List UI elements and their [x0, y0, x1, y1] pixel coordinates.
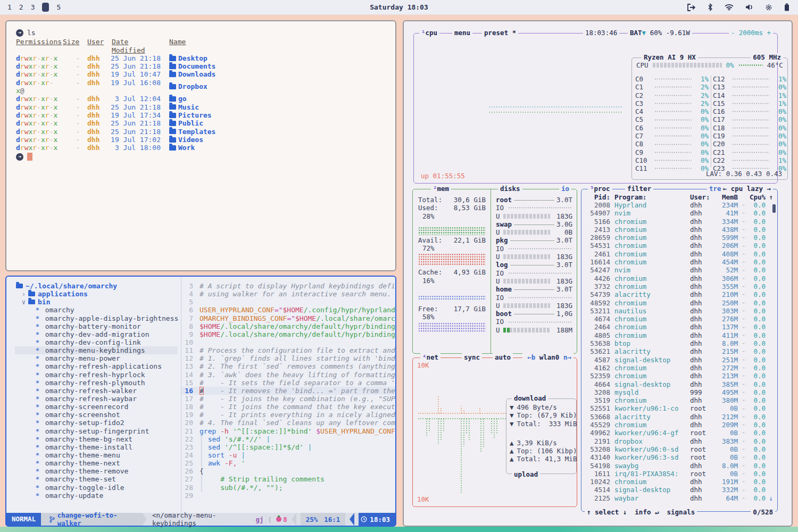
process-row[interactable]: 54198swaybgdhh8.0M0.0 [585, 462, 773, 470]
process-row[interactable]: 3732chromiumdhh355M0.0 [585, 282, 773, 290]
process-row[interactable]: 54739alacrittydhh210M0.0 [585, 290, 773, 298]
tree-item-omarchy-theme-bg-next[interactable]: * omarchy-theme-bg-next [15, 435, 181, 443]
process-row[interactable]: 10242chromiumdhh191M0.0 [585, 478, 773, 486]
system-monitor-window[interactable]: ¹cpu menu preset * 18:03:46 BAT▼ 60% -9.… [403, 20, 793, 527]
tree-item-omarchy-battery-monitor[interactable]: * omarchy-battery-monitor [15, 322, 181, 330]
wifi-icon[interactable] [725, 4, 734, 11]
process-row[interactable]: 52551kworker/u96:1-coroot0B0.0 [585, 404, 773, 412]
process-row[interactable]: 16614chromiumdhh454M0.0 [585, 258, 773, 266]
process-row[interactable]: 2413chromiumdhh438M0.0 [585, 226, 773, 234]
process-row[interactable]: 53638btopdhh8.0M0.0 [585, 339, 773, 347]
tree-item-omarchy-theme-next[interactable]: * omarchy-theme-next [15, 459, 181, 467]
tree-item-omarchy-dev-add-migration[interactable]: * omarchy-dev-add-migration [15, 330, 181, 338]
process-row[interactable]: 53208kworker/u96:0-sdroot0B0.0 [585, 445, 773, 453]
tree-item-omarchy-theme-menu[interactable]: * omarchy-theme-menu [15, 451, 181, 459]
header-memb[interactable]: MemB [713, 193, 738, 201]
process-row[interactable]: 2191dropboxdhh383M0.0 [585, 437, 773, 445]
tree-item-omarchy-apple-display-brightness[interactable]: * omarchy-apple-display-brightness [15, 314, 181, 322]
process-table[interactable]: 2008Hyprlanddhh234M0.054907nvimdhh41M0.0… [581, 201, 777, 502]
tree-item-omarchy-refresh-plymouth[interactable]: * omarchy-refresh-plymouth [15, 379, 181, 387]
process-row[interactable]: 54531chromiumdhh206M0.0 [585, 242, 773, 250]
tree-folder-~/.local/share/omarchy[interactable]: ~/.local/share/omarchy [15, 282, 181, 290]
tree-folder-bin[interactable]: ∨bin [15, 298, 181, 306]
editor-window[interactable]: ~/.local/share/omarchy›applications∨bin*… [5, 276, 396, 527]
tree-item-omarchy-refresh-walker[interactable]: * omarchy-refresh-walker [15, 387, 181, 395]
proc-sort-mode[interactable]: ← cpu lazy → [721, 185, 773, 193]
process-row[interactable]: 5166chromiumdhh334M0.0 [585, 218, 773, 226]
tree-folder-applications[interactable]: ›applications [15, 290, 181, 298]
process-row[interactable]: 53211nautilusdhh303M0.0 [585, 307, 773, 315]
tree-item-omarchy-update[interactable]: * omarchy-update [15, 492, 181, 500]
process-row[interactable]: 1611irq/81-PIXA3854:root0B0.0 [585, 470, 773, 478]
tree-item-omarchy-screenshot[interactable]: * omarchy-screenshot [15, 411, 181, 419]
process-row[interactable]: 3519chromiumdhh380M0.0 [585, 396, 773, 404]
battery-icon[interactable] [784, 3, 789, 11]
volume-icon[interactable] [745, 4, 753, 11]
scroll-down-icon[interactable]: ↓ [766, 494, 773, 502]
process-row[interactable]: 52359chromiumdhh213M0.0 [585, 372, 773, 380]
proc-filter-button[interactable]: filter [625, 185, 653, 193]
process-row[interactable]: 28659chromiumdhh599M0.0 [585, 234, 773, 242]
tree-item-omarchy-refresh-waybar[interactable]: * omarchy-refresh-waybar [15, 395, 181, 403]
sort-direction-icon[interactable]: ↑ [766, 193, 773, 201]
chevron-down-icon[interactable]: ∨ [20, 298, 27, 306]
gear-icon[interactable] [765, 4, 772, 11]
preset-button[interactable]: preset * [482, 29, 518, 37]
tree-item-omarchy-setup-fido2[interactable]: * omarchy-setup-fido2 [15, 419, 181, 427]
chevron-right-icon[interactable]: › [20, 290, 27, 298]
header-pid[interactable]: Pid: [585, 193, 610, 201]
process-row[interactable]: 4664signal-desktopdhh385M0.0 [585, 380, 773, 388]
net-sync-button[interactable]: sync [462, 353, 482, 361]
process-cpu: 0.0 [750, 282, 766, 290]
process-row[interactable]: 53621alacrittydhh215M0.0 [585, 347, 773, 355]
tree-item-omarchy[interactable]: * omarchy [15, 306, 181, 314]
process-row[interactable]: 2125waybardhh64M0.0↓ [585, 494, 773, 502]
terminal-window[interactable]: ➜ ls Permissions Size User Date Modified… [5, 20, 396, 271]
process-row[interactable]: 4587signal-desktopdhh251M0.0 [585, 356, 773, 364]
header-user[interactable]: User: [690, 193, 713, 201]
header-cpu[interactable]: Cpu% [750, 193, 766, 201]
process-row[interactable]: 49962kworker/u96:4-gfroot0B0.0 [585, 429, 773, 437]
process-row[interactable]: 54247nvimdhh52M0.0 [585, 266, 773, 274]
header-program[interactable]: Program: [610, 193, 690, 201]
proc-scrollbar-thumb[interactable] [772, 204, 776, 213]
process-row[interactable]: 4514signal-desktopdhh332M0.0 [585, 486, 773, 494]
cpu-panel-title[interactable]: ¹cpu [419, 29, 439, 37]
tree-item-omarchy-toggle-idle[interactable]: * omarchy-toggle-idle [15, 484, 181, 492]
tree-item-omarchy-screenrecord[interactable]: * omarchy-screenrecord [15, 403, 181, 411]
code-pane[interactable]: 3# A script to display Hyprland keybindi… [181, 277, 395, 513]
tree-item-omarchy-dev-config-link[interactable]: * omarchy-dev-config-link [15, 338, 181, 346]
tree-item-omarchy-menu-power[interactable]: * omarchy-menu-power [15, 354, 181, 362]
tree-item-omarchy-setup-fingerprint[interactable]: * omarchy-setup-fingerprint [15, 427, 181, 435]
process-row[interactable]: 2464chromiumdhh137M0.0 [585, 323, 773, 331]
process-row[interactable]: 43140kworker/u96:3-sdroot0B0.0 [585, 453, 773, 461]
core-usage-graph [732, 127, 769, 129]
process-row[interactable]: 4426chromiumdhh306M0.0 [585, 275, 773, 282]
proc-panel-title[interactable]: ⁵proc [588, 185, 612, 193]
process-row[interactable]: 2008Hyprlanddhh234M0.0 [585, 201, 773, 209]
process-row[interactable]: 4162chromiumdhh272M0.0 [585, 364, 773, 372]
tree-item-omarchy-theme-set[interactable]: * omarchy-theme-set [15, 475, 181, 483]
tree-item-omarchy-theme-remove[interactable]: * omarchy-theme-remove [15, 467, 181, 475]
process-row[interactable]: 4805chromiumdhh411M0.0 [585, 331, 773, 339]
process-row[interactable]: 3208mysqld999495M0.0 [585, 388, 773, 396]
prompt-line-2[interactable]: ➜ [16, 153, 395, 161]
process-row[interactable]: 53668alacrittydhh212M0.0 [585, 413, 773, 421]
process-row[interactable]: 4674chromiumdhh276M0.0 [585, 315, 773, 323]
tree-item-omarchy-theme-install[interactable]: * omarchy-theme-install [15, 443, 181, 451]
logout-icon[interactable] [687, 4, 696, 11]
net-interface-switcher[interactable]: ←b wlan0 n→ [525, 353, 573, 361]
process-row[interactable]: 45529chromiumdhh209M0.0 [585, 421, 773, 429]
tree-item-omarchy-menu-keybindings[interactable]: * omarchy-menu-keybindings [15, 346, 178, 354]
process-row[interactable]: 48592chromiumdhh250M0.0 [585, 299, 773, 307]
file-tree[interactable]: ~/.local/share/omarchy›applications∨bin*… [6, 277, 181, 513]
net-auto-button[interactable]: auto [493, 353, 513, 361]
bluetooth-icon[interactable] [708, 3, 713, 11]
tree-item-omarchy-refresh-applications[interactable]: * omarchy-refresh-applications [15, 362, 181, 370]
process-row[interactable]: 2461chromiumdhh408M0.0 [585, 250, 773, 258]
net-panel-title[interactable]: ⁴net [420, 353, 440, 361]
process-row[interactable]: 54907nvimdhh41M0.0 [585, 209, 773, 217]
menu-button[interactable]: menu [452, 29, 472, 37]
refresh-interval-control[interactable]: - 2000ms + [729, 29, 773, 37]
tree-item-omarchy-refresh-hyprlock[interactable]: * omarchy-refresh-hyprlock [15, 371, 181, 379]
